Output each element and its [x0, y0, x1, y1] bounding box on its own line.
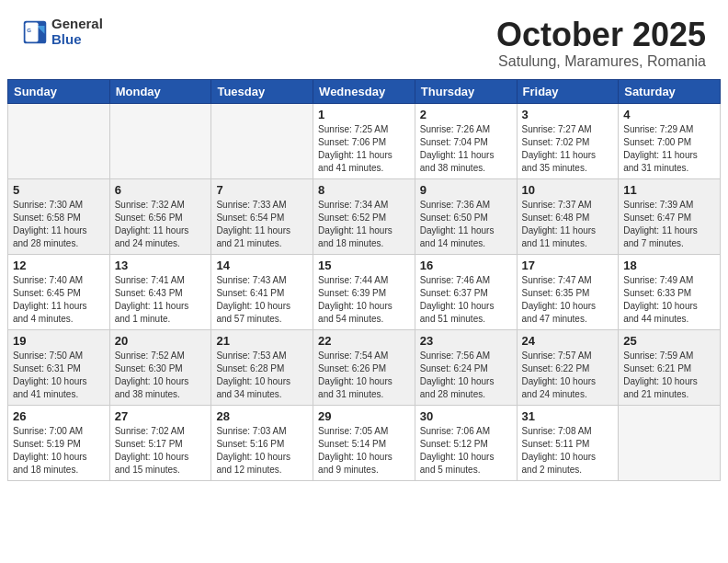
- day-number: 19: [13, 334, 105, 348]
- calendar-cell: 3Sunrise: 7:27 AM Sunset: 7:02 PM Daylig…: [517, 103, 619, 178]
- calendar-week-row: 5Sunrise: 7:30 AM Sunset: 6:58 PM Daylig…: [8, 178, 721, 254]
- day-info: Sunrise: 7:36 AM Sunset: 6:50 PM Dayligh…: [420, 199, 512, 250]
- calendar-cell: 7Sunrise: 7:33 AM Sunset: 6:54 PM Daylig…: [211, 178, 313, 254]
- calendar-cell: 14Sunrise: 7:43 AM Sunset: 6:41 PM Dayli…: [211, 254, 313, 329]
- calendar-cell: 20Sunrise: 7:52 AM Sunset: 6:30 PM Dayli…: [109, 329, 211, 405]
- day-info: Sunrise: 7:46 AM Sunset: 6:37 PM Dayligh…: [420, 274, 512, 326]
- calendar-cell: 23Sunrise: 7:56 AM Sunset: 6:24 PM Dayli…: [415, 329, 517, 405]
- weekday-header-row: SundayMondayTuesdayWednesdayThursdayFrid…: [8, 79, 721, 103]
- day-info: Sunrise: 7:34 AM Sunset: 6:52 PM Dayligh…: [318, 199, 410, 250]
- calendar-cell: 12Sunrise: 7:40 AM Sunset: 6:45 PM Dayli…: [8, 254, 110, 329]
- day-info: Sunrise: 7:02 AM Sunset: 5:17 PM Dayligh…: [115, 425, 207, 477]
- calendar-week-row: 19Sunrise: 7:50 AM Sunset: 6:31 PM Dayli…: [8, 329, 721, 405]
- calendar-cell: 13Sunrise: 7:41 AM Sunset: 6:43 PM Dayli…: [109, 254, 211, 329]
- day-info: Sunrise: 7:29 AM Sunset: 7:00 PM Dayligh…: [623, 123, 715, 175]
- weekday-header: Saturday: [619, 79, 721, 103]
- calendar-cell: [211, 103, 313, 178]
- calendar-cell: 18Sunrise: 7:49 AM Sunset: 6:33 PM Dayli…: [619, 254, 721, 329]
- calendar-cell: 28Sunrise: 7:03 AM Sunset: 5:16 PM Dayli…: [211, 405, 313, 480]
- weekday-header: Sunday: [8, 79, 110, 103]
- calendar-cell: 21Sunrise: 7:53 AM Sunset: 6:28 PM Dayli…: [211, 329, 313, 405]
- location: Satulung, Maramures, Romania: [496, 53, 706, 70]
- day-info: Sunrise: 7:33 AM Sunset: 6:54 PM Dayligh…: [216, 199, 308, 250]
- day-info: Sunrise: 7:49 AM Sunset: 6:33 PM Dayligh…: [623, 274, 715, 326]
- day-info: Sunrise: 7:37 AM Sunset: 6:48 PM Dayligh…: [522, 199, 614, 250]
- logo-icon: G: [22, 19, 48, 45]
- day-number: 1: [318, 108, 410, 121]
- day-number: 14: [216, 259, 308, 272]
- day-info: Sunrise: 7:03 AM Sunset: 5:16 PM Dayligh…: [216, 425, 308, 477]
- calendar-cell: 2Sunrise: 7:26 AM Sunset: 7:04 PM Daylig…: [415, 103, 517, 178]
- logo-general: General: [51, 17, 103, 32]
- calendar-cell: [8, 103, 110, 178]
- calendar-cell: 15Sunrise: 7:44 AM Sunset: 6:39 PM Dayli…: [313, 254, 415, 329]
- calendar-week-row: 26Sunrise: 7:00 AM Sunset: 5:19 PM Dayli…: [8, 405, 721, 480]
- day-number: 8: [318, 183, 410, 197]
- calendar-cell: 4Sunrise: 7:29 AM Sunset: 7:00 PM Daylig…: [619, 103, 721, 178]
- day-number: 17: [522, 259, 614, 272]
- day-number: 10: [522, 183, 614, 197]
- day-info: Sunrise: 7:30 AM Sunset: 6:58 PM Dayligh…: [13, 199, 105, 250]
- calendar-cell: 26Sunrise: 7:00 AM Sunset: 5:19 PM Dayli…: [8, 405, 110, 480]
- day-number: 28: [216, 409, 308, 423]
- day-number: 16: [420, 259, 512, 272]
- calendar-container: SundayMondayTuesdayWednesdayThursdayFrid…: [0, 79, 728, 488]
- day-number: 24: [522, 334, 614, 348]
- day-number: 23: [420, 334, 512, 348]
- calendar-cell: 19Sunrise: 7:50 AM Sunset: 6:31 PM Dayli…: [8, 329, 110, 405]
- logo-text: General Blue: [51, 17, 103, 47]
- day-info: Sunrise: 7:41 AM Sunset: 6:43 PM Dayligh…: [115, 274, 207, 326]
- calendar-cell: 8Sunrise: 7:34 AM Sunset: 6:52 PM Daylig…: [313, 178, 415, 254]
- calendar-cell: 27Sunrise: 7:02 AM Sunset: 5:17 PM Dayli…: [109, 405, 211, 480]
- day-number: 21: [216, 334, 308, 348]
- calendar-cell: 22Sunrise: 7:54 AM Sunset: 6:26 PM Dayli…: [313, 329, 415, 405]
- day-info: Sunrise: 7:52 AM Sunset: 6:30 PM Dayligh…: [115, 350, 207, 401]
- day-info: Sunrise: 7:56 AM Sunset: 6:24 PM Dayligh…: [420, 350, 512, 401]
- day-info: Sunrise: 7:32 AM Sunset: 6:56 PM Dayligh…: [115, 199, 207, 250]
- calendar-cell: 17Sunrise: 7:47 AM Sunset: 6:35 PM Dayli…: [517, 254, 619, 329]
- day-info: Sunrise: 7:47 AM Sunset: 6:35 PM Dayligh…: [522, 274, 614, 326]
- day-info: Sunrise: 7:53 AM Sunset: 6:28 PM Dayligh…: [216, 350, 308, 401]
- weekday-header: Tuesday: [211, 79, 313, 103]
- day-info: Sunrise: 7:05 AM Sunset: 5:14 PM Dayligh…: [318, 425, 410, 477]
- day-number: 5: [13, 183, 105, 197]
- calendar-cell: [619, 405, 721, 480]
- day-info: Sunrise: 7:39 AM Sunset: 6:47 PM Dayligh…: [623, 199, 715, 250]
- calendar-cell: 9Sunrise: 7:36 AM Sunset: 6:50 PM Daylig…: [415, 178, 517, 254]
- day-number: 2: [420, 108, 512, 121]
- weekday-header: Friday: [517, 79, 619, 103]
- calendar-week-row: 12Sunrise: 7:40 AM Sunset: 6:45 PM Dayli…: [8, 254, 721, 329]
- calendar-cell: 25Sunrise: 7:59 AM Sunset: 6:21 PM Dayli…: [619, 329, 721, 405]
- svg-text:G: G: [27, 27, 31, 33]
- day-info: Sunrise: 7:57 AM Sunset: 6:22 PM Dayligh…: [522, 350, 614, 401]
- day-info: Sunrise: 7:27 AM Sunset: 7:02 PM Dayligh…: [522, 123, 614, 175]
- day-info: Sunrise: 7:43 AM Sunset: 6:41 PM Dayligh…: [216, 274, 308, 326]
- logo-blue: Blue: [51, 32, 103, 48]
- weekday-header: Thursday: [415, 79, 517, 103]
- page-header: G General Blue October 2025 Satulung, Ma…: [0, 0, 728, 79]
- title-block: October 2025 Satulung, Maramures, Romani…: [496, 17, 706, 70]
- day-info: Sunrise: 7:08 AM Sunset: 5:11 PM Dayligh…: [522, 425, 614, 477]
- calendar-cell: 31Sunrise: 7:08 AM Sunset: 5:11 PM Dayli…: [517, 405, 619, 480]
- calendar-cell: 6Sunrise: 7:32 AM Sunset: 6:56 PM Daylig…: [109, 178, 211, 254]
- day-info: Sunrise: 7:59 AM Sunset: 6:21 PM Dayligh…: [623, 350, 715, 401]
- day-number: 9: [420, 183, 512, 197]
- calendar-cell: 30Sunrise: 7:06 AM Sunset: 5:12 PM Dayli…: [415, 405, 517, 480]
- calendar-week-row: 1Sunrise: 7:25 AM Sunset: 7:06 PM Daylig…: [8, 103, 721, 178]
- month-title: October 2025: [496, 17, 706, 53]
- weekday-header: Wednesday: [313, 79, 415, 103]
- day-number: 22: [318, 334, 410, 348]
- day-number: 11: [623, 183, 715, 197]
- day-info: Sunrise: 7:44 AM Sunset: 6:39 PM Dayligh…: [318, 274, 410, 326]
- day-number: 26: [13, 409, 105, 423]
- calendar-cell: 1Sunrise: 7:25 AM Sunset: 7:06 PM Daylig…: [313, 103, 415, 178]
- calendar-table: SundayMondayTuesdayWednesdayThursdayFrid…: [7, 79, 721, 481]
- calendar-cell: 16Sunrise: 7:46 AM Sunset: 6:37 PM Dayli…: [415, 254, 517, 329]
- day-number: 27: [115, 409, 207, 423]
- calendar-cell: 5Sunrise: 7:30 AM Sunset: 6:58 PM Daylig…: [8, 178, 110, 254]
- day-info: Sunrise: 7:26 AM Sunset: 7:04 PM Dayligh…: [420, 123, 512, 175]
- day-number: 31: [522, 409, 614, 423]
- day-number: 7: [216, 183, 308, 197]
- day-number: 18: [623, 259, 715, 272]
- day-number: 30: [420, 409, 512, 423]
